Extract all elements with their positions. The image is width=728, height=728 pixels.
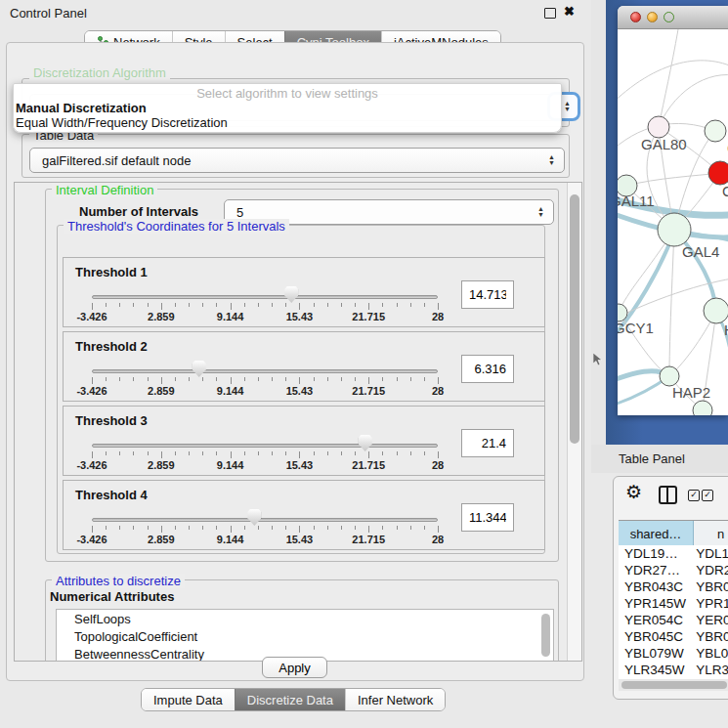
network-node[interactable] <box>660 366 679 386</box>
table-row[interactable]: YBR043CYBR0 <box>619 578 728 595</box>
panel-divider[interactable] <box>591 0 606 445</box>
gear-icon[interactable]: ⚙ <box>625 481 642 503</box>
settings-scroll-pane: Interval Definition Number of Intervals … <box>14 182 582 662</box>
stepper-arrows-icon: ▲▼ <box>548 154 555 166</box>
threshold-2-value-field[interactable] <box>461 355 514 383</box>
popup-option-equal-width-frequency[interactable]: Equal Width/Frequency Discretization <box>16 115 228 130</box>
checkbox-icon[interactable]: ✓ <box>688 490 700 501</box>
threshold-2-label: Threshold 2 <box>75 339 148 354</box>
column-header-shared[interactable]: shared… <box>619 521 694 546</box>
numerical-attributes-list[interactable]: SelfLoopsTopologicalCoefficientBetweenne… <box>56 609 554 662</box>
tick-mark <box>216 526 217 530</box>
tick-mark <box>202 526 203 530</box>
tick-mark <box>119 377 120 381</box>
tick-mark <box>106 451 107 455</box>
number-of-intervals-label: Number of Intervals <box>79 204 198 219</box>
network-window[interactable]: GAL80GCGAL11GAL4GCY1HHAP2 <box>618 6 728 415</box>
stepper-arrows-icon: ▲▼ <box>537 206 544 218</box>
checkbox-icon[interactable]: ✓ <box>702 490 713 501</box>
attributes-list-scrollbar[interactable] <box>541 614 550 657</box>
table-panel: ⚙ ✓ ✓ shared… n YDL19…YDL1YDR27…YDR2YBR0… <box>613 476 728 700</box>
threshold-3-value-field[interactable] <box>461 429 514 457</box>
tick-mark <box>272 303 273 307</box>
table-row[interactable]: YLR345WYLR3 <box>619 662 728 678</box>
tick-label: 2.859 <box>134 459 189 471</box>
tick-mark <box>355 451 356 455</box>
threshold-4-slider-thumb[interactable] <box>247 509 261 526</box>
network-node[interactable] <box>658 213 691 246</box>
tick-mark <box>92 451 93 458</box>
tick-mark <box>382 526 383 530</box>
network-canvas[interactable]: GAL80GCGAL11GAL4GCY1HHAP2 <box>618 29 728 415</box>
tab-discretize-data[interactable]: Discretize Data <box>235 689 345 710</box>
close-traffic-light-icon[interactable] <box>630 12 641 22</box>
tick-mark <box>438 377 439 384</box>
tab-infer-network[interactable]: Infer Network <box>345 689 445 710</box>
threshold-3-slider-track[interactable] <box>92 444 438 448</box>
threshold-4-slider-track[interactable] <box>92 518 438 522</box>
network-window-titlebar[interactable] <box>618 6 728 29</box>
table-row[interactable]: YBL079WYBL0 <box>619 645 728 662</box>
network-node[interactable] <box>693 401 712 415</box>
network-node[interactable] <box>648 116 669 138</box>
tick-mark <box>189 303 190 307</box>
tick-mark <box>244 303 245 307</box>
threshold-3-box: Threshold 3 -3.4262.8599.14415.4321.7152… <box>63 406 545 476</box>
table-row[interactable]: YBR045CYBR0 <box>619 628 728 645</box>
table-row[interactable]: YER054CYER0 <box>619 612 728 628</box>
settings-vertical-scrollbar[interactable] <box>567 183 581 661</box>
threshold-2-slider-track[interactable] <box>92 369 438 373</box>
network-node[interactable] <box>705 120 726 142</box>
table-row[interactable]: YPR145WYPR1 <box>619 595 728 612</box>
split-columns-icon[interactable] <box>659 486 677 504</box>
tick-mark <box>258 526 259 530</box>
network-node[interactable] <box>708 161 728 185</box>
table-data-combo[interactable]: galFiltered.sif default node ▲▼ <box>29 148 565 173</box>
interval-definition-label: Interval Definition <box>52 183 157 197</box>
zoom-traffic-light-icon[interactable] <box>664 12 674 22</box>
tick-mark <box>175 451 176 455</box>
threshold-4-value-field[interactable] <box>461 503 514 532</box>
tick-mark <box>341 303 342 307</box>
tick-mark <box>368 451 369 458</box>
minimize-traffic-light-icon[interactable] <box>647 12 658 22</box>
tick-label: 2.859 <box>134 534 189 545</box>
tick-mark <box>244 526 245 530</box>
tick-mark <box>133 451 134 455</box>
tick-mark <box>202 303 203 307</box>
settings-scrollbar-thumb[interactable] <box>570 194 579 444</box>
threshold-2-slider-thumb[interactable] <box>193 361 206 377</box>
tick-mark <box>148 526 149 530</box>
tick-mark <box>244 377 245 381</box>
threshold-1-value-field[interactable] <box>461 280 514 309</box>
threshold-1-slider-thumb[interactable] <box>284 286 298 303</box>
list-item[interactable]: TopologicalCoefficient <box>57 627 553 645</box>
close-icon[interactable]: ✖ <box>564 4 575 19</box>
tick-mark <box>175 526 176 530</box>
tick-mark <box>341 526 342 530</box>
tab-impute-data[interactable]: Impute Data <box>142 689 235 710</box>
table-panel-header: Table Panel <box>591 445 728 473</box>
threshold-3-slider-thumb[interactable] <box>359 435 372 451</box>
tick-mark <box>133 377 134 381</box>
table-row[interactable]: YDL19…YDL1 <box>619 545 728 562</box>
tick-mark <box>216 377 217 381</box>
list-item[interactable]: SelfLoops <box>57 610 553 627</box>
column-header-name[interactable]: n <box>694 521 728 546</box>
table-row[interactable]: YDR27…YDR2 <box>619 562 728 578</box>
threshold-1-slider-track[interactable] <box>92 295 438 299</box>
table-scrollbar-thumb[interactable] <box>621 681 727 689</box>
apply-button[interactable]: Apply <box>262 657 327 678</box>
tick-mark <box>189 377 190 381</box>
popup-option-manual-discretization[interactable]: Manual Discretization <box>16 101 147 115</box>
tick-mark <box>148 377 149 381</box>
tick-mark <box>258 377 259 381</box>
float-window-icon[interactable] <box>544 8 556 19</box>
network-node[interactable] <box>704 298 728 323</box>
table-horizontal-scrollbar[interactable] <box>619 679 728 691</box>
tick-label: 2.859 <box>134 385 189 397</box>
tick-mark <box>119 451 120 455</box>
tick-label: 9.144 <box>203 459 258 471</box>
tick-mark <box>285 303 286 307</box>
tick-mark <box>244 451 245 455</box>
